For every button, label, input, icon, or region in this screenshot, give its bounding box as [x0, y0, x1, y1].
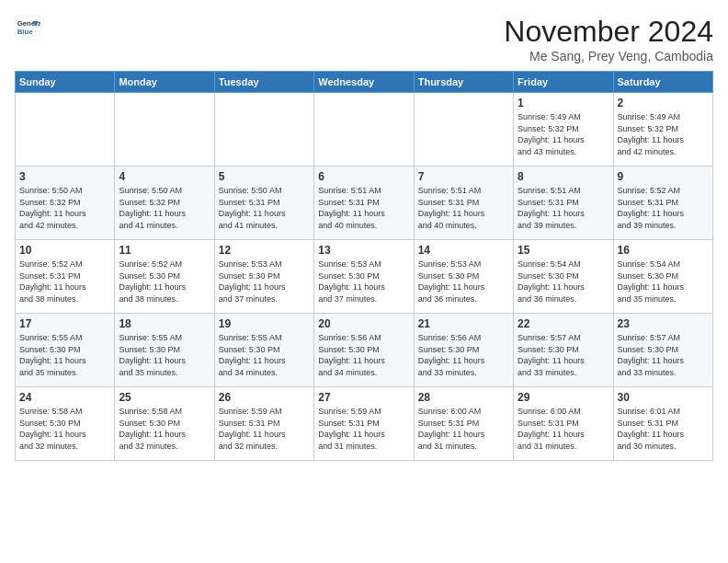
day-info: Sunrise: 5:59 AM Sunset: 5:31 PM Dayligh…: [219, 406, 310, 452]
calendar-cell: 25Sunrise: 5:58 AM Sunset: 5:30 PM Dayli…: [115, 387, 214, 461]
day-number: 4: [119, 170, 210, 183]
day-number: 28: [418, 391, 509, 404]
calendar-cell: 11Sunrise: 5:52 AM Sunset: 5:30 PM Dayli…: [115, 240, 214, 314]
day-number: 23: [618, 317, 709, 330]
calendar-cell: 22Sunrise: 5:57 AM Sunset: 5:30 PM Dayli…: [514, 314, 613, 387]
calendar-header: SundayMondayTuesdayWednesdayThursdayFrid…: [16, 72, 713, 93]
calendar-cell: 18Sunrise: 5:55 AM Sunset: 5:30 PM Dayli…: [115, 314, 214, 387]
day-info: Sunrise: 5:53 AM Sunset: 5:30 PM Dayligh…: [418, 259, 509, 304]
calendar-week-3: 10Sunrise: 5:52 AM Sunset: 5:31 PM Dayli…: [16, 240, 713, 314]
weekday-header-wednesday: Wednesday: [314, 72, 414, 93]
day-info: Sunrise: 5:52 AM Sunset: 5:30 PM Dayligh…: [119, 259, 210, 304]
calendar-cell: 12Sunrise: 5:53 AM Sunset: 5:30 PM Dayli…: [214, 240, 313, 314]
day-number: 24: [19, 391, 110, 404]
calendar-cell: 10Sunrise: 5:52 AM Sunset: 5:31 PM Dayli…: [16, 240, 115, 314]
day-info: Sunrise: 5:55 AM Sunset: 5:30 PM Dayligh…: [119, 332, 210, 378]
calendar-week-5: 24Sunrise: 5:58 AM Sunset: 5:30 PM Dayli…: [16, 387, 713, 461]
day-info: Sunrise: 5:53 AM Sunset: 5:30 PM Dayligh…: [318, 259, 409, 304]
calendar-cell: 24Sunrise: 5:58 AM Sunset: 5:30 PM Dayli…: [16, 387, 115, 461]
calendar-cell: 19Sunrise: 5:55 AM Sunset: 5:30 PM Dayli…: [214, 314, 313, 387]
calendar-cell: [414, 93, 513, 167]
calendar-cell: [214, 93, 313, 167]
calendar-cell: 14Sunrise: 5:53 AM Sunset: 5:30 PM Dayli…: [414, 240, 513, 314]
day-number: 30: [618, 391, 709, 404]
calendar-week-2: 3Sunrise: 5:50 AM Sunset: 5:32 PM Daylig…: [16, 167, 713, 240]
calendar-cell: 15Sunrise: 5:54 AM Sunset: 5:30 PM Dayli…: [514, 240, 613, 314]
day-info: Sunrise: 5:50 AM Sunset: 5:32 PM Dayligh…: [19, 185, 110, 231]
day-info: Sunrise: 5:58 AM Sunset: 5:30 PM Dayligh…: [119, 406, 210, 452]
weekday-header-monday: Monday: [115, 72, 214, 93]
day-info: Sunrise: 5:50 AM Sunset: 5:32 PM Dayligh…: [119, 185, 210, 231]
day-number: 27: [318, 391, 409, 404]
calendar-cell: [16, 93, 115, 167]
day-number: 15: [518, 244, 609, 257]
weekday-header-tuesday: Tuesday: [214, 72, 313, 93]
calendar-cell: 8Sunrise: 5:51 AM Sunset: 5:31 PM Daylig…: [514, 167, 613, 240]
day-info: Sunrise: 5:52 AM Sunset: 5:31 PM Dayligh…: [618, 185, 709, 231]
calendar-week-1: 1Sunrise: 5:49 AM Sunset: 5:32 PM Daylig…: [16, 93, 713, 167]
day-info: Sunrise: 5:59 AM Sunset: 5:31 PM Dayligh…: [318, 406, 409, 452]
day-number: 26: [219, 391, 310, 404]
calendar-cell: 2Sunrise: 5:49 AM Sunset: 5:32 PM Daylig…: [613, 93, 712, 167]
day-info: Sunrise: 5:51 AM Sunset: 5:31 PM Dayligh…: [318, 185, 409, 231]
calendar-cell: 6Sunrise: 5:51 AM Sunset: 5:31 PM Daylig…: [314, 167, 414, 240]
day-info: Sunrise: 6:00 AM Sunset: 5:31 PM Dayligh…: [518, 406, 609, 452]
day-number: 2: [618, 97, 709, 109]
day-info: Sunrise: 5:57 AM Sunset: 5:30 PM Dayligh…: [518, 332, 609, 378]
day-number: 6: [318, 170, 409, 183]
calendar-cell: [115, 93, 214, 167]
day-number: 13: [318, 244, 409, 257]
calendar-cell: 13Sunrise: 5:53 AM Sunset: 5:30 PM Dayli…: [314, 240, 414, 314]
day-info: Sunrise: 5:57 AM Sunset: 5:30 PM Dayligh…: [618, 332, 709, 378]
day-info: Sunrise: 5:53 AM Sunset: 5:30 PM Dayligh…: [219, 259, 310, 304]
day-info: Sunrise: 5:54 AM Sunset: 5:30 PM Dayligh…: [518, 259, 609, 304]
day-number: 9: [618, 170, 709, 183]
day-number: 29: [518, 391, 609, 404]
weekday-header-thursday: Thursday: [414, 72, 513, 93]
calendar-cell: 3Sunrise: 5:50 AM Sunset: 5:32 PM Daylig…: [16, 167, 115, 240]
day-number: 17: [19, 317, 110, 330]
calendar-cell: 16Sunrise: 5:54 AM Sunset: 5:30 PM Dayli…: [613, 240, 712, 314]
calendar-cell: 21Sunrise: 5:56 AM Sunset: 5:30 PM Dayli…: [414, 314, 513, 387]
day-number: 16: [618, 244, 709, 257]
day-number: 25: [119, 391, 210, 404]
day-number: 18: [119, 317, 210, 330]
day-info: Sunrise: 5:49 AM Sunset: 5:32 PM Dayligh…: [618, 111, 709, 157]
weekday-header-saturday: Saturday: [613, 72, 712, 93]
calendar-cell: 23Sunrise: 5:57 AM Sunset: 5:30 PM Dayli…: [613, 314, 712, 387]
calendar-week-4: 17Sunrise: 5:55 AM Sunset: 5:30 PM Dayli…: [16, 314, 713, 387]
day-info: Sunrise: 5:58 AM Sunset: 5:30 PM Dayligh…: [19, 406, 110, 452]
day-info: Sunrise: 5:52 AM Sunset: 5:31 PM Dayligh…: [19, 259, 110, 304]
weekday-header-friday: Friday: [514, 72, 613, 93]
title-block: November 2024 Me Sang, Prey Veng, Cambod…: [504, 15, 713, 63]
calendar-cell: 28Sunrise: 6:00 AM Sunset: 5:31 PM Dayli…: [414, 387, 513, 461]
weekday-header-sunday: Sunday: [16, 72, 115, 93]
calendar-cell: 30Sunrise: 6:01 AM Sunset: 5:31 PM Dayli…: [613, 387, 712, 461]
calendar-cell: 26Sunrise: 5:59 AM Sunset: 5:31 PM Dayli…: [214, 387, 313, 461]
day-info: Sunrise: 5:50 AM Sunset: 5:31 PM Dayligh…: [219, 185, 310, 231]
day-number: 1: [518, 97, 609, 109]
calendar-cell: 4Sunrise: 5:50 AM Sunset: 5:32 PM Daylig…: [115, 167, 214, 240]
day-info: Sunrise: 5:56 AM Sunset: 5:30 PM Dayligh…: [318, 332, 409, 378]
day-number: 21: [418, 317, 509, 330]
calendar-cell: 9Sunrise: 5:52 AM Sunset: 5:31 PM Daylig…: [613, 167, 712, 240]
day-info: Sunrise: 5:51 AM Sunset: 5:31 PM Dayligh…: [518, 185, 609, 231]
day-number: 7: [418, 170, 509, 183]
calendar-cell: 29Sunrise: 6:00 AM Sunset: 5:31 PM Dayli…: [514, 387, 613, 461]
month-year-title: November 2024: [504, 15, 713, 49]
day-number: 8: [518, 170, 609, 183]
logo: General Blue: [15, 15, 40, 40]
calendar-table: SundayMondayTuesdayWednesdayThursdayFrid…: [15, 71, 713, 461]
day-info: Sunrise: 5:56 AM Sunset: 5:30 PM Dayligh…: [418, 332, 509, 378]
day-number: 20: [318, 317, 409, 330]
day-info: Sunrise: 6:00 AM Sunset: 5:31 PM Dayligh…: [418, 406, 509, 452]
calendar-cell: 17Sunrise: 5:55 AM Sunset: 5:30 PM Dayli…: [16, 314, 115, 387]
calendar-cell: 27Sunrise: 5:59 AM Sunset: 5:31 PM Dayli…: [314, 387, 414, 461]
day-info: Sunrise: 6:01 AM Sunset: 5:31 PM Dayligh…: [618, 406, 709, 452]
calendar-cell: [314, 93, 414, 167]
calendar-cell: 7Sunrise: 5:51 AM Sunset: 5:31 PM Daylig…: [414, 167, 513, 240]
calendar-cell: 5Sunrise: 5:50 AM Sunset: 5:31 PM Daylig…: [214, 167, 313, 240]
logo-icon: General Blue: [15, 15, 40, 40]
day-number: 11: [119, 244, 210, 257]
day-number: 22: [518, 317, 609, 330]
